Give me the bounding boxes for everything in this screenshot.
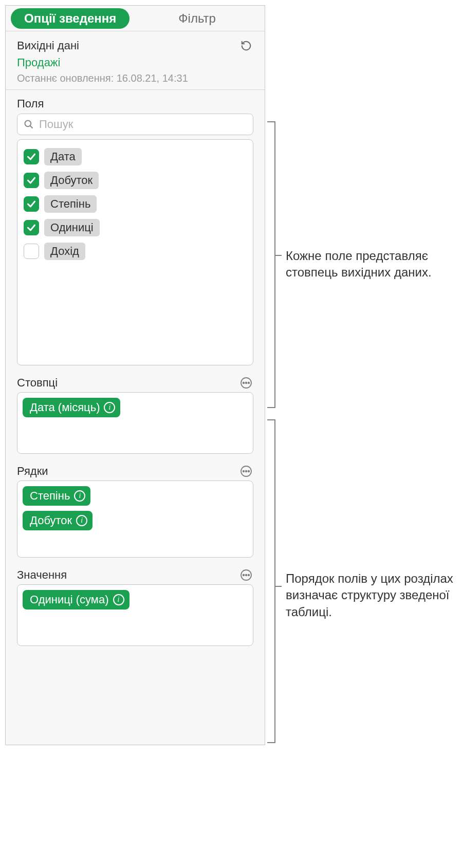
- callout-tick: [267, 121, 274, 122]
- columns-label: Стовпці: [17, 376, 58, 390]
- column-chip[interactable]: Дата (місяць) i: [23, 398, 120, 417]
- info-icon[interactable]: i: [113, 594, 124, 605]
- check-icon: [26, 175, 36, 186]
- field-checkbox[interactable]: [24, 173, 39, 188]
- rows-section: Рядки Степінь i Добуток i: [17, 464, 253, 558]
- panel-content: Поля Дата Добуток: [6, 90, 265, 745]
- search-icon: [24, 119, 34, 130]
- more-icon: [240, 569, 252, 581]
- field-checkbox[interactable]: [24, 220, 39, 235]
- svg-line-1: [30, 126, 33, 128]
- callout-tick: [274, 255, 282, 256]
- values-dropzone[interactable]: Одиниці (сума) i: [17, 584, 253, 646]
- info-icon[interactable]: i: [76, 515, 87, 526]
- field-item: Одиниці: [23, 216, 248, 239]
- columns-dropzone[interactable]: Дата (місяць) i: [17, 392, 253, 454]
- callout-bracket: [274, 419, 275, 743]
- callout-tick: [267, 742, 274, 743]
- rows-more-button[interactable]: [239, 464, 253, 478]
- columns-section: Стовпці Дата (місяць) i: [17, 376, 253, 454]
- callout-tick: [274, 586, 282, 587]
- source-title: Вихідні дані: [17, 39, 79, 52]
- columns-more-button[interactable]: [239, 376, 253, 390]
- callout-bracket: [274, 121, 275, 408]
- column-chip-label: Дата (місяць): [30, 401, 100, 414]
- info-icon[interactable]: i: [104, 402, 115, 413]
- field-tag[interactable]: Степінь: [44, 195, 97, 213]
- field-item: Дата: [23, 145, 248, 169]
- svg-point-8: [246, 471, 247, 472]
- svg-point-12: [246, 575, 247, 576]
- refresh-button[interactable]: [239, 39, 253, 53]
- field-item: Добуток: [23, 169, 248, 192]
- fields-label: Поля: [17, 97, 253, 110]
- fields-list: Дата Добуток Степінь: [17, 139, 253, 365]
- value-chip[interactable]: Одиниці (сума) i: [23, 590, 130, 610]
- values-section: Значення Одиниці (сума) i: [17, 568, 253, 646]
- rows-dropzone[interactable]: Степінь i Добуток i: [17, 481, 253, 558]
- row-chip-label: Степінь: [30, 489, 70, 503]
- more-icon: [240, 465, 252, 477]
- callout-tick: [267, 407, 274, 408]
- field-tag[interactable]: Одиниці: [44, 219, 100, 236]
- source-name[interactable]: Продажі: [17, 56, 253, 69]
- source-section: Вихідні дані Продажі Останнє оновлення: …: [6, 31, 265, 90]
- field-tag[interactable]: Добуток: [44, 172, 99, 189]
- tab-bar: Опції зведення Фільтр: [6, 6, 265, 31]
- svg-point-11: [243, 575, 245, 576]
- row-chip[interactable]: Степінь i: [23, 486, 90, 506]
- callout-tick: [267, 419, 274, 420]
- field-item: Степінь: [23, 192, 248, 216]
- callout-text-fields: Кожне поле представляє стовпець вихідних…: [286, 248, 460, 281]
- refresh-icon: [241, 40, 252, 51]
- more-icon: [240, 377, 252, 389]
- field-tag[interactable]: Дата: [44, 148, 82, 165]
- values-more-button[interactable]: [239, 568, 253, 582]
- rows-label: Рядки: [17, 465, 48, 478]
- field-tag[interactable]: Дохід: [44, 243, 85, 260]
- tab-pivot-options-label: Опції зведення: [11, 8, 130, 29]
- field-item: Дохід: [23, 239, 248, 263]
- fields-search[interactable]: [17, 114, 253, 135]
- info-icon[interactable]: i: [74, 490, 85, 502]
- svg-point-7: [243, 471, 245, 472]
- fields-section: Поля Дата Добуток: [17, 97, 253, 365]
- values-label: Значення: [17, 568, 67, 582]
- tab-filter-label: Фільтр: [178, 11, 216, 26]
- svg-point-4: [246, 382, 247, 384]
- row-chip-label: Добуток: [30, 514, 72, 527]
- value-chip-label: Одиниці (сума): [30, 593, 109, 606]
- row-chip[interactable]: Добуток i: [23, 511, 93, 530]
- pivot-options-panel: Опції зведення Фільтр Вихідні дані Прода…: [5, 5, 265, 745]
- svg-point-9: [248, 471, 250, 472]
- fields-search-input[interactable]: [39, 118, 247, 131]
- check-icon: [26, 152, 36, 162]
- tab-pivot-options[interactable]: Опції зведення: [6, 6, 130, 31]
- check-icon: [26, 223, 36, 233]
- tab-filter[interactable]: Фільтр: [130, 6, 265, 31]
- check-icon: [26, 199, 36, 209]
- field-checkbox[interactable]: [24, 196, 39, 212]
- svg-point-5: [248, 382, 250, 384]
- callout-text-structure: Порядок полів у цих розділах визначає ст…: [286, 570, 460, 620]
- svg-point-0: [25, 121, 31, 127]
- svg-point-3: [243, 382, 245, 384]
- field-checkbox[interactable]: [24, 244, 39, 259]
- source-updated: Останнє оновлення: 16.08.21, 14:31: [17, 72, 253, 84]
- svg-point-13: [248, 575, 250, 576]
- field-checkbox[interactable]: [24, 149, 39, 164]
